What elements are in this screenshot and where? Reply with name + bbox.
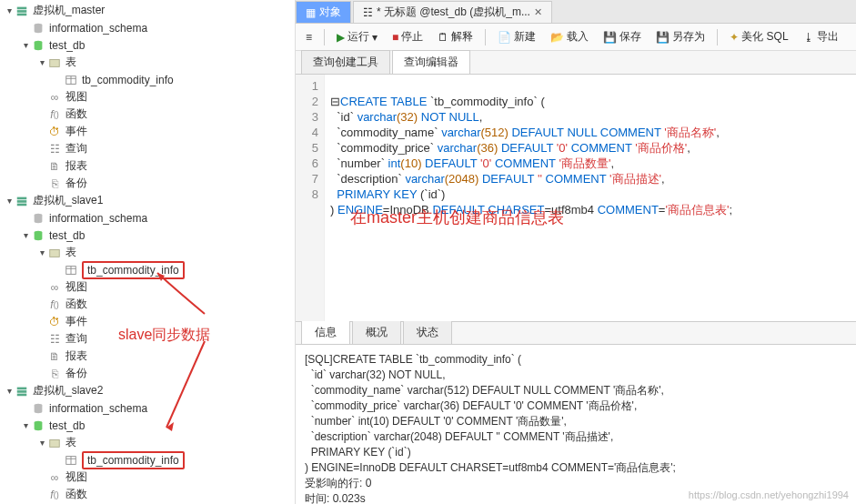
tree-node-label: tb_commodity_info: [82, 74, 174, 86]
tree-node-label: tb_commodity_info: [82, 264, 185, 277]
beautify-button[interactable]: ✦美化 SQL: [725, 27, 792, 46]
menu-button[interactable]: ≡: [301, 29, 317, 45]
tree-node[interactable]: f()函数: [0, 296, 295, 313]
view-icon: ∞: [47, 281, 62, 294]
db-icon: [31, 229, 45, 242]
message-output: [SQL]CREATE TABLE `tb_commodity_info` ( …: [296, 345, 856, 504]
tree-node[interactable]: ⎘备份: [0, 365, 295, 382]
expand-arrow-icon[interactable]: ▾: [36, 247, 47, 257]
tree-node[interactable]: information_schema: [0, 209, 295, 227]
expand-arrow-icon[interactable]: ▾: [4, 386, 15, 396]
tree-node[interactable]: ▾test_db: [0, 227, 295, 244]
tree-node[interactable]: ⎘备份: [0, 175, 295, 192]
stop-button[interactable]: ■停止: [388, 27, 428, 46]
expand-arrow-icon[interactable]: ▾: [20, 230, 31, 240]
tree-node[interactable]: ▾虚拟机_slave2: [0, 382, 295, 399]
svg-rect-20: [17, 393, 27, 396]
load-icon: 📂: [550, 31, 564, 44]
tree-node[interactable]: 🗎报表: [0, 157, 295, 175]
tree-node[interactable]: ⏱事件: [0, 123, 295, 140]
tree-node-label: 函数: [65, 106, 87, 122]
subtab-editor[interactable]: 查询编辑器: [392, 50, 470, 74]
svg-rect-0: [17, 6, 27, 9]
msgtab-profile[interactable]: 概况: [352, 320, 401, 344]
query-icon: ☷: [47, 333, 62, 346]
tree-node-label: test_db: [49, 39, 85, 52]
new-icon: 📄: [498, 31, 511, 44]
load-button[interactable]: 📂载入: [546, 27, 593, 46]
fn-icon: f(): [47, 298, 62, 311]
tree-node[interactable]: 🗎报表: [0, 348, 295, 365]
tree-node[interactable]: tb_commodity_info: [0, 451, 295, 469]
message-tabs: 信息 概况 状态: [296, 321, 856, 345]
tree-node[interactable]: ☷查询: [0, 140, 295, 157]
query-icon: ☷: [363, 6, 373, 19]
tree-node[interactable]: ▾test_db: [0, 36, 295, 54]
svg-rect-11: [17, 203, 27, 206]
tree-node[interactable]: ∞视图: [0, 278, 295, 296]
expand-arrow-icon[interactable]: ▾: [20, 40, 31, 50]
sql-editor[interactable]: 12345678 ⊟CREATE TABLE `tb_commodity_inf…: [296, 75, 856, 321]
db-grey-icon: [31, 402, 45, 415]
tree-node-label: information_schema: [49, 212, 147, 225]
msgtab-status[interactable]: 状态: [403, 320, 452, 344]
expand-arrow-icon[interactable]: ▾: [4, 5, 15, 15]
tree-node[interactable]: tb_commodity_info: [0, 71, 295, 88]
save-icon: 💾: [603, 31, 617, 44]
tree-node[interactable]: tb_commodity_info: [0, 261, 295, 278]
tree-node[interactable]: ▾虚拟机_master: [0, 2, 295, 19]
fn-icon: f(): [47, 108, 62, 121]
db-grey-icon: [31, 212, 45, 225]
svg-rect-18: [17, 387, 27, 389]
stop-icon: ■: [392, 31, 398, 44]
tree-node[interactable]: ∞视图: [0, 88, 295, 106]
expand-arrow-icon[interactable]: ▾: [20, 420, 31, 430]
tree-node[interactable]: ▾表: [0, 434, 295, 451]
table-icon: [64, 74, 78, 86]
annotation-slave-sync: slave同步数据: [118, 326, 210, 345]
grid-icon: ▦: [306, 6, 316, 19]
tab-objects[interactable]: ▦对象: [296, 1, 351, 23]
db-icon: [31, 39, 45, 52]
tree-node[interactable]: f()函数: [0, 486, 295, 503]
toolbar: ≡ ▶运行▾ ■停止 🗒解释 📄新建 📂载入 💾保存 💾另存为 ✦美化 SQL …: [296, 24, 856, 51]
folder-icon: [47, 247, 62, 259]
tree-node-label: 表: [65, 435, 76, 450]
tree-node[interactable]: information_schema: [0, 399, 295, 417]
export-button[interactable]: ⭳导出: [799, 27, 843, 46]
tree-node[interactable]: ∞视图: [0, 469, 295, 486]
db-icon: [31, 419, 45, 432]
expand-arrow-icon[interactable]: ▾: [36, 438, 47, 448]
tab-query[interactable]: ☷* 无标题 @test_db (虚拟机_m...✕: [353, 1, 552, 23]
save-button[interactable]: 💾保存: [599, 27, 646, 46]
msgtab-info[interactable]: 信息: [301, 320, 350, 344]
tree-node-label: 视图: [65, 279, 87, 295]
conn-icon: [15, 5, 29, 17]
code-area[interactable]: ⊟CREATE TABLE `tb_commodity_info` ( `id`…: [325, 75, 856, 321]
close-icon[interactable]: ✕: [534, 6, 542, 18]
tree-node[interactable]: ▾test_db: [0, 417, 295, 434]
tree-node[interactable]: ▾表: [0, 54, 295, 71]
tree-node[interactable]: ▾表: [0, 244, 295, 261]
tree-node[interactable]: information_schema: [0, 19, 295, 36]
new-button[interactable]: 📄新建: [493, 27, 540, 46]
tree-node-label: 视图: [65, 469, 87, 485]
tree-node-label: 报表: [65, 158, 87, 174]
svg-rect-9: [17, 197, 27, 199]
tree-node[interactable]: f()函数: [0, 106, 295, 123]
fold-icon[interactable]: ⊟: [330, 95, 340, 108]
expand-arrow-icon[interactable]: ▾: [4, 196, 15, 206]
tree-node[interactable]: ▾虚拟机_slave1: [0, 192, 295, 209]
svg-rect-1: [17, 10, 27, 13]
document-tabs: ▦对象 ☷* 无标题 @test_db (虚拟机_m...✕: [296, 0, 856, 24]
expand-arrow-icon[interactable]: ▾: [36, 57, 47, 67]
event-icon: ⏱: [47, 126, 62, 138]
subtab-builder[interactable]: 查询创建工具: [301, 50, 390, 74]
explain-button[interactable]: 🗒解释: [433, 27, 478, 46]
conn-icon: [15, 195, 29, 207]
connection-tree[interactable]: ▾虚拟机_masterinformation_schema▾test_db▾表t…: [0, 0, 296, 504]
tree-node-label: 虚拟机_master: [33, 3, 105, 18]
folder-icon: [47, 56, 62, 69]
run-button[interactable]: ▶运行▾: [332, 27, 382, 46]
saveas-button[interactable]: 💾另存为: [651, 27, 710, 46]
